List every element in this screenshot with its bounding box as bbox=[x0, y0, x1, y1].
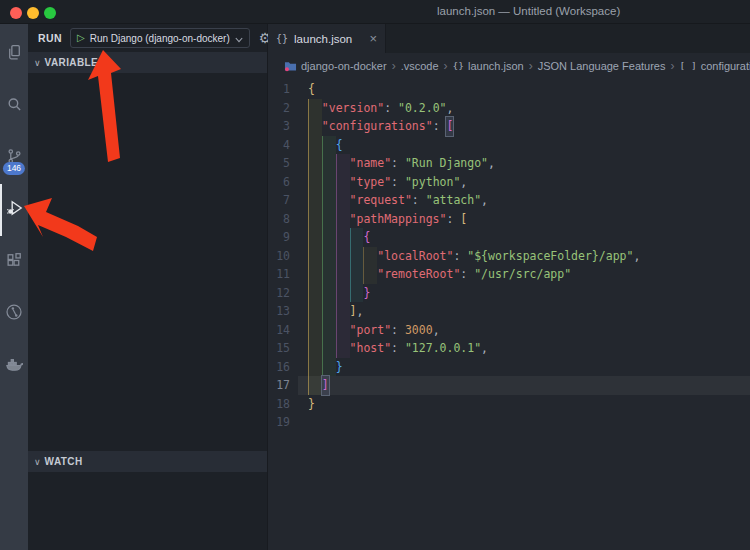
indent-guide bbox=[322, 210, 336, 229]
indent-guide bbox=[308, 191, 322, 210]
gitlens-icon bbox=[5, 303, 23, 325]
code-token: 3000 bbox=[405, 321, 433, 340]
indent-guide bbox=[322, 265, 336, 284]
indent-guide bbox=[322, 136, 336, 155]
tab-bar: {} launch.json × bbox=[268, 24, 750, 53]
indent-guide bbox=[308, 154, 322, 173]
line-content: "request": "attach", bbox=[308, 191, 488, 210]
line-content: { bbox=[308, 136, 343, 155]
zoom-window-button[interactable] bbox=[44, 7, 56, 19]
code-token: : bbox=[460, 265, 474, 284]
indent-guide bbox=[322, 302, 336, 321]
sidebar-item-search[interactable] bbox=[0, 80, 28, 132]
indent-guide bbox=[322, 339, 336, 358]
indent-guide bbox=[322, 154, 336, 173]
code-line: 18} bbox=[268, 395, 750, 414]
code-token: "remoteRoot" bbox=[377, 265, 460, 284]
run-config-dropdown[interactable]: ▷ Run Django (django-on-docker) bbox=[70, 28, 250, 48]
breadcrumb-separator: › bbox=[529, 59, 533, 73]
breadcrumb-item-vscode-folder[interactable]: .vscode bbox=[401, 60, 439, 72]
indent-guide bbox=[322, 358, 336, 377]
code-token: , bbox=[488, 154, 495, 173]
line-number: 8 bbox=[268, 210, 298, 229]
close-tab-icon[interactable]: × bbox=[369, 31, 377, 46]
indent-guide bbox=[336, 284, 350, 303]
breadcrumb-item-file[interactable]: {} launch.json bbox=[453, 60, 524, 72]
indent-guide bbox=[308, 339, 322, 358]
run-config-label: Run Django (django-on-docker) bbox=[90, 33, 230, 44]
code-token: "localRoot" bbox=[377, 247, 453, 266]
run-and-debug-icon bbox=[6, 199, 24, 221]
sidebar-item-docker[interactable] bbox=[0, 340, 28, 392]
search-icon bbox=[6, 96, 23, 117]
sidebar-item-extensions[interactable] bbox=[0, 236, 28, 288]
code-token: : bbox=[391, 173, 405, 192]
code-token: { bbox=[363, 228, 370, 247]
code-line: 15"host": "127.0.0.1", bbox=[268, 339, 750, 358]
code-token: "configurations" bbox=[322, 117, 433, 136]
code-token: , bbox=[460, 173, 467, 192]
breadcrumb-item-configurations[interactable]: [ ] configurations bbox=[679, 60, 750, 72]
line-number: 13 bbox=[268, 302, 298, 321]
run-toolbar: RUN ▷ Run Django (django-on-docker) ⚙ bbox=[28, 24, 267, 52]
sidebar-item-gitlens[interactable] bbox=[0, 288, 28, 340]
indent-guide bbox=[308, 284, 322, 303]
code-editor[interactable]: 1{2"version": "0.2.0",3"configurations":… bbox=[268, 78, 750, 550]
line-number: 11 bbox=[268, 265, 298, 284]
code-token: "pathMappings" bbox=[350, 210, 447, 229]
code-token: ] bbox=[322, 376, 329, 395]
indent-guide bbox=[308, 136, 322, 155]
indent-guide bbox=[322, 191, 336, 210]
line-number: 19 bbox=[268, 413, 298, 432]
source-control-badge: 146 bbox=[3, 162, 25, 175]
code-token: "${workspaceFolder}/app" bbox=[467, 247, 633, 266]
sidebar-item-explorer[interactable] bbox=[0, 28, 28, 80]
code-token: "Run Django" bbox=[405, 154, 488, 173]
line-content: "host": "127.0.0.1", bbox=[308, 339, 488, 358]
minimize-window-button[interactable] bbox=[27, 7, 39, 19]
window-title: launch.json — Untitled (Workspace) bbox=[437, 5, 620, 17]
code-token: "0.2.0" bbox=[398, 99, 446, 118]
code-token: , bbox=[481, 191, 488, 210]
line-content: } bbox=[308, 395, 315, 414]
code-token: , bbox=[356, 302, 363, 321]
code-token: , bbox=[433, 321, 440, 340]
code-line: 11"remoteRoot": "/usr/src/app" bbox=[268, 265, 750, 284]
indent-guide bbox=[336, 302, 350, 321]
sidebar-item-run-and-debug[interactable] bbox=[0, 184, 28, 236]
breadcrumb-separator: › bbox=[392, 59, 396, 73]
line-content: "localRoot": "${workspaceFolder}/app", bbox=[308, 247, 640, 266]
code-line: 7"request": "attach", bbox=[268, 191, 750, 210]
variables-section-body bbox=[28, 73, 267, 451]
variables-section-title: VARIABLES bbox=[45, 57, 106, 68]
line-number: 6 bbox=[268, 173, 298, 192]
indent-guide bbox=[336, 228, 350, 247]
indent-guide bbox=[308, 376, 322, 395]
run-panel-title: RUN bbox=[38, 32, 62, 44]
line-number: 16 bbox=[268, 358, 298, 377]
breadcrumb-item-json-language-features[interactable]: JSON Language Features bbox=[538, 60, 666, 72]
close-window-button[interactable] bbox=[10, 7, 22, 19]
line-number: 9 bbox=[268, 228, 298, 247]
code-token: "127.0.0.1" bbox=[405, 339, 481, 358]
line-number: 12 bbox=[268, 284, 298, 303]
array-icon: [ ] bbox=[679, 60, 696, 71]
folder-icon bbox=[284, 60, 297, 72]
tab-launch-json[interactable]: {} launch.json × bbox=[268, 24, 386, 53]
docker-icon bbox=[5, 355, 23, 377]
indent-guide bbox=[322, 173, 336, 192]
code-token: : bbox=[391, 321, 405, 340]
variables-section-header[interactable]: ∨ VARIABLES bbox=[28, 52, 267, 73]
watch-section-header[interactable]: ∨ WATCH bbox=[28, 451, 267, 472]
code-token: "python" bbox=[405, 173, 460, 192]
indent-guide bbox=[322, 247, 336, 266]
indent-guide bbox=[308, 321, 322, 340]
indent-guide bbox=[336, 321, 350, 340]
sidebar-item-source-control[interactable]: 146 bbox=[0, 132, 28, 184]
code-line: 1{ bbox=[268, 80, 750, 99]
indent-guide bbox=[336, 210, 350, 229]
line-content: ] bbox=[308, 376, 329, 395]
start-debug-icon[interactable]: ▷ bbox=[77, 33, 85, 43]
breadcrumb-item-workspace[interactable]: django-on-docker bbox=[284, 60, 387, 72]
code-token: "port" bbox=[350, 321, 392, 340]
